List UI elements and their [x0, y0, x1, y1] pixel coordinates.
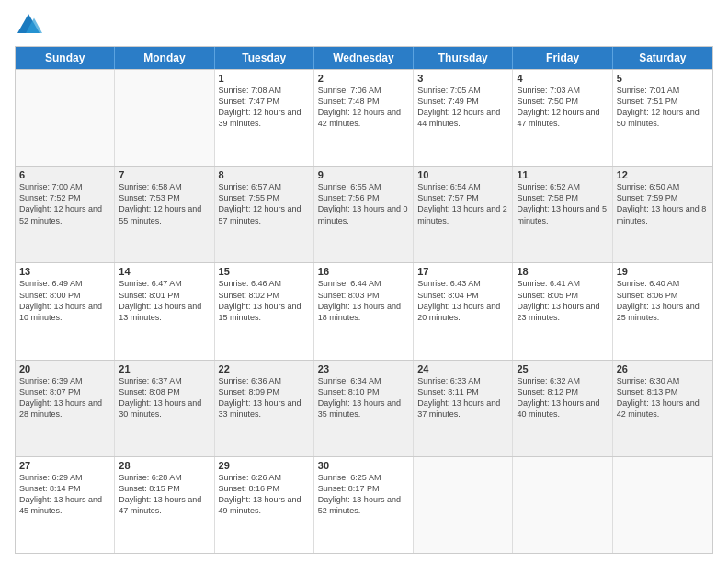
day-number: 8: [219, 169, 310, 180]
calendar-cell: 9Sunrise: 6:55 AMSunset: 7:56 PMDaylight…: [314, 167, 414, 262]
calendar-cell: 2Sunrise: 7:06 AMSunset: 7:48 PMDaylight…: [314, 70, 414, 166]
calendar-cell: 6Sunrise: 7:00 AMSunset: 7:52 PMDaylight…: [16, 167, 115, 262]
day-number: 14: [119, 266, 210, 277]
day-number: 22: [219, 363, 310, 374]
day-number: 4: [517, 73, 608, 84]
day-number: 19: [617, 266, 709, 277]
calendar-cell: 21Sunrise: 6:37 AMSunset: 8:08 PMDayligh…: [115, 361, 214, 456]
calendar-cell: 26Sunrise: 6:30 AMSunset: 8:13 PMDayligh…: [613, 361, 712, 456]
calendar-cell: 18Sunrise: 6:41 AMSunset: 8:05 PMDayligh…: [513, 263, 612, 359]
calendar-cell: 20Sunrise: 6:39 AMSunset: 8:07 PMDayligh…: [16, 361, 115, 456]
day-number: 16: [318, 266, 409, 277]
logo-icon: [15, 11, 42, 39]
calendar-cell: 5Sunrise: 7:01 AMSunset: 7:51 PMDaylight…: [613, 70, 712, 166]
day-number: 1: [219, 73, 310, 84]
calendar-cell: 29Sunrise: 6:26 AMSunset: 8:16 PMDayligh…: [215, 457, 314, 553]
day-info: Sunrise: 7:00 AMSunset: 7:52 PMDaylight:…: [19, 181, 110, 226]
calendar-cell: 27Sunrise: 6:29 AMSunset: 8:14 PMDayligh…: [16, 457, 115, 553]
day-number: 27: [19, 460, 110, 471]
day-info: Sunrise: 6:34 AMSunset: 8:10 PMDaylight:…: [318, 375, 409, 420]
day-info: Sunrise: 6:43 AMSunset: 8:04 PMDaylight:…: [417, 278, 508, 323]
calendar-header: SundayMondayTuesdayWednesdayThursdayFrid…: [16, 47, 712, 69]
day-number: 30: [318, 460, 409, 471]
day-number: 17: [417, 266, 508, 277]
day-info: Sunrise: 6:30 AMSunset: 8:13 PMDaylight:…: [617, 375, 709, 420]
day-number: 15: [219, 266, 310, 277]
day-info: Sunrise: 6:33 AMSunset: 8:11 PMDaylight:…: [417, 375, 508, 420]
calendar-cell: 28Sunrise: 6:28 AMSunset: 8:15 PMDayligh…: [115, 457, 214, 553]
calendar-cell: 19Sunrise: 6:40 AMSunset: 8:06 PMDayligh…: [613, 263, 712, 359]
calendar-cell: 7Sunrise: 6:58 AMSunset: 7:53 PMDaylight…: [115, 167, 214, 262]
logo: [15, 11, 46, 39]
day-info: Sunrise: 6:29 AMSunset: 8:14 PMDaylight:…: [19, 472, 110, 517]
calendar-cell: [16, 70, 115, 166]
day-info: Sunrise: 6:25 AMSunset: 8:17 PMDaylight:…: [318, 472, 409, 517]
day-number: 20: [19, 363, 110, 374]
day-number: 25: [517, 363, 608, 374]
calendar-cell: 13Sunrise: 6:49 AMSunset: 8:00 PMDayligh…: [16, 263, 115, 359]
calendar-cell: 17Sunrise: 6:43 AMSunset: 8:04 PMDayligh…: [414, 263, 513, 359]
day-info: Sunrise: 6:37 AMSunset: 8:08 PMDaylight:…: [119, 375, 210, 420]
day-info: Sunrise: 6:41 AMSunset: 8:05 PMDaylight:…: [517, 278, 608, 323]
day-info: Sunrise: 7:08 AMSunset: 7:47 PMDaylight:…: [219, 85, 310, 130]
calendar-cell: 30Sunrise: 6:25 AMSunset: 8:17 PMDayligh…: [314, 457, 414, 553]
calendar-row: 1Sunrise: 7:08 AMSunset: 7:47 PMDaylight…: [16, 69, 712, 166]
day-info: Sunrise: 6:40 AMSunset: 8:06 PMDaylight:…: [617, 278, 709, 323]
calendar-cell: 25Sunrise: 6:32 AMSunset: 8:12 PMDayligh…: [513, 361, 612, 456]
calendar-cell: 8Sunrise: 6:57 AMSunset: 7:55 PMDaylight…: [215, 167, 314, 262]
day-info: Sunrise: 6:57 AMSunset: 7:55 PMDaylight:…: [219, 181, 310, 226]
day-info: Sunrise: 6:32 AMSunset: 8:12 PMDaylight:…: [517, 375, 608, 420]
day-info: Sunrise: 6:46 AMSunset: 8:02 PMDaylight:…: [219, 278, 310, 323]
day-number: 10: [417, 169, 508, 180]
day-info: Sunrise: 6:50 AMSunset: 7:59 PMDaylight:…: [617, 181, 709, 226]
weekday-header: Monday: [115, 47, 214, 69]
calendar-cell: 15Sunrise: 6:46 AMSunset: 8:02 PMDayligh…: [215, 263, 314, 359]
day-number: 7: [119, 169, 210, 180]
day-info: Sunrise: 7:06 AMSunset: 7:48 PMDaylight:…: [318, 85, 409, 130]
day-number: 13: [19, 266, 110, 277]
day-info: Sunrise: 6:54 AMSunset: 7:57 PMDaylight:…: [417, 181, 508, 226]
day-info: Sunrise: 6:28 AMSunset: 8:15 PMDaylight:…: [119, 472, 210, 517]
calendar-cell: 1Sunrise: 7:08 AMSunset: 7:47 PMDaylight…: [215, 70, 314, 166]
calendar-cell: 11Sunrise: 6:52 AMSunset: 7:58 PMDayligh…: [513, 167, 612, 262]
calendar-cell: [613, 457, 712, 553]
calendar-row: 13Sunrise: 6:49 AMSunset: 8:00 PMDayligh…: [16, 262, 712, 359]
day-number: 28: [119, 460, 210, 471]
day-info: Sunrise: 6:52 AMSunset: 7:58 PMDaylight:…: [517, 181, 608, 226]
calendar-cell: [414, 457, 513, 553]
page: SundayMondayTuesdayWednesdayThursdayFrid…: [0, 0, 728, 563]
day-number: 21: [119, 363, 210, 374]
day-number: 12: [617, 169, 709, 180]
day-info: Sunrise: 6:47 AMSunset: 8:01 PMDaylight:…: [119, 278, 210, 323]
calendar-cell: 14Sunrise: 6:47 AMSunset: 8:01 PMDayligh…: [115, 263, 214, 359]
day-info: Sunrise: 6:58 AMSunset: 7:53 PMDaylight:…: [119, 181, 210, 226]
weekday-header: Sunday: [16, 47, 115, 69]
calendar-cell: [513, 457, 612, 553]
calendar: SundayMondayTuesdayWednesdayThursdayFrid…: [15, 46, 713, 554]
calendar-cell: 12Sunrise: 6:50 AMSunset: 7:59 PMDayligh…: [613, 167, 712, 262]
day-number: 6: [19, 169, 110, 180]
day-info: Sunrise: 6:44 AMSunset: 8:03 PMDaylight:…: [318, 278, 409, 323]
day-info: Sunrise: 6:49 AMSunset: 8:00 PMDaylight:…: [19, 278, 110, 323]
day-info: Sunrise: 7:05 AMSunset: 7:49 PMDaylight:…: [417, 85, 508, 130]
weekday-header: Thursday: [414, 47, 513, 69]
day-number: 11: [517, 169, 608, 180]
calendar-cell: 4Sunrise: 7:03 AMSunset: 7:50 PMDaylight…: [513, 70, 612, 166]
day-number: 29: [219, 460, 310, 471]
day-number: 23: [318, 363, 409, 374]
calendar-cell: 10Sunrise: 6:54 AMSunset: 7:57 PMDayligh…: [414, 167, 513, 262]
calendar-cell: 24Sunrise: 6:33 AMSunset: 8:11 PMDayligh…: [414, 361, 513, 456]
calendar-cell: [115, 70, 214, 166]
day-number: 18: [517, 266, 608, 277]
calendar-cell: 22Sunrise: 6:36 AMSunset: 8:09 PMDayligh…: [215, 361, 314, 456]
day-number: 26: [617, 363, 709, 374]
day-info: Sunrise: 6:39 AMSunset: 8:07 PMDaylight:…: [19, 375, 110, 420]
day-info: Sunrise: 7:01 AMSunset: 7:51 PMDaylight:…: [617, 85, 709, 130]
day-number: 5: [617, 73, 709, 84]
calendar-row: 6Sunrise: 7:00 AMSunset: 7:52 PMDaylight…: [16, 166, 712, 262]
day-info: Sunrise: 6:55 AMSunset: 7:56 PMDaylight:…: [318, 181, 409, 226]
calendar-cell: 3Sunrise: 7:05 AMSunset: 7:49 PMDaylight…: [414, 70, 513, 166]
calendar-body: 1Sunrise: 7:08 AMSunset: 7:47 PMDaylight…: [16, 69, 712, 553]
weekday-header: Tuesday: [215, 47, 314, 69]
day-info: Sunrise: 7:03 AMSunset: 7:50 PMDaylight:…: [517, 85, 608, 130]
